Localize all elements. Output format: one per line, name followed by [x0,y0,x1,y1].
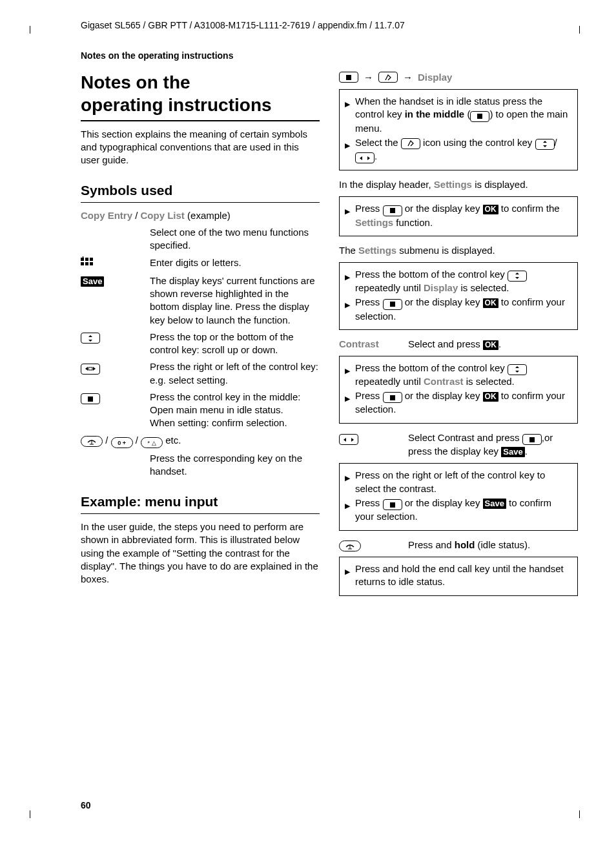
ok-badge: OK [483,392,498,402]
keys-etc: etc. [165,435,181,446]
bullet-icon [345,204,350,229]
control-key-leftright-icon [355,152,375,163]
svg-marker-18 [515,273,519,274]
bullet-icon [345,97,350,135]
save-desc: The display keys' current functions are … [150,274,320,327]
t: Select Contrast and press [408,432,522,443]
t: / [555,137,557,148]
svg-marker-10 [93,367,96,371]
bullet-icon [345,499,350,524]
copy-entry-label: Copy Entry [81,210,132,221]
step-text: Press the bottom of the control key repe… [355,362,572,388]
step-text: Press the bottom of the control key repe… [355,268,572,294]
t: repeatedly until [355,376,424,387]
content-columns: Notes on the operating instructions This… [81,71,578,604]
control-key-updown-icon [508,271,527,282]
contrast-def: Contrast Select and press OK. [339,338,578,351]
save-softkey-icon: Save [81,274,142,327]
step: Press or the display key OK to confirm t… [345,202,572,229]
endcall-key-icon [81,436,103,447]
instruction-box-5: Press on the right or left of the contro… [339,463,578,530]
ok-badge: OK [483,205,498,214]
center-desc-1: Press the control key in the middle: Ope… [150,391,300,415]
t: The [339,245,358,256]
t: . [525,446,528,457]
t: repeatedly until [355,282,424,293]
step-text: Press or the display key Save to confirm… [355,497,572,524]
svg-marker-16 [360,156,362,160]
center-key-icon [383,392,402,403]
example-menu-input-heading: Example: menu input [81,493,320,514]
step: Select the icon using the control key /. [345,136,572,163]
bullet-icon [345,564,350,589]
page-number: 60 [81,799,91,812]
t-bold: hold [455,539,475,550]
step-text: Press and hold the end call key until th… [355,562,572,589]
keys-desc: Press the corresponding key on the hands… [150,452,320,479]
plain-text: The Settings submenu is displayed. [339,244,578,257]
contrast-label: Contrast [424,376,464,387]
ok-badge: OK [483,298,498,308]
crop-mark [579,810,580,818]
zero-key-icon: 0 + [111,437,133,448]
svg-rect-4 [85,262,88,265]
svg-rect-1 [85,258,88,261]
svg-rect-8 [88,338,93,339]
save-badge: Save [81,276,104,287]
control-key-updown-icon [81,331,142,357]
t: . [498,338,501,349]
copy-list-label: Copy List [141,210,185,221]
t: (idle status). [475,539,530,550]
step-text: Press or the display key OK to confirm t… [355,202,572,229]
t: Press the bottom of the control key [355,269,508,280]
step: Press the bottom of the control key repe… [345,268,572,294]
t: Press [355,296,383,307]
t: or the display key [402,203,483,214]
t: to confirm the [498,203,560,214]
leftright-desc: Select Contrast and press ,or press the … [408,431,578,458]
svg-marker-21 [515,371,519,373]
t: submenu is displayed. [396,245,495,256]
contrast-label: Contrast [339,338,400,351]
svg-marker-6 [88,335,92,337]
center-desc: Press the control key in the middle: Ope… [150,391,320,430]
display-label: Display [424,282,458,293]
bullet-icon [345,270,350,294]
control-key-leftright-icon [81,360,142,387]
t: Press the bottom of the control key [355,362,508,373]
t: Press [355,390,383,401]
settings-label: Settings [355,217,393,228]
center-key-icon [383,499,402,510]
svg-rect-0 [81,258,84,261]
keypad-desc: Enter digits or letters. [150,256,320,271]
t: function. [393,217,433,228]
arrow-icon [364,71,373,84]
t-bold: in the middle [405,108,465,119]
running-head: Gigaset SL565 / GBR PTT / A31008-M1715-L… [81,19,580,32]
t: or the display key [402,390,483,401]
step: Press on the right or left of the contro… [345,469,572,495]
endcall-key-icon [339,539,400,552]
title-line-1: Notes on the [81,72,190,92]
plain-text: In the display header, Settings is displ… [339,178,578,191]
t: or the display key [402,296,483,307]
symbol-copy-entry: Copy Entry / Copy List (example) [81,209,320,222]
svg-marker-14 [543,141,547,143]
center-key-icon [339,72,358,83]
t: is selected. [458,282,509,293]
step: Press or the display key OK to confirm y… [345,389,572,417]
settings-label: Settings [434,179,472,190]
step-text: Press or the display key OK to confirm y… [355,389,572,417]
copy-desc: Select one of the two menu functions spe… [150,226,320,252]
step: Press and hold the end call key until th… [345,562,572,589]
t: is displayed. [472,179,528,190]
arrow-icon [403,71,413,84]
settings-menu-icon [401,138,420,149]
section-label: Notes on the operating instructions [81,50,580,62]
menu-path: Display [339,71,578,84]
step-text: When the handset is in idle status press… [355,95,572,135]
svg-marker-20 [515,366,519,368]
page-title: Notes on the operating instructions [81,71,320,121]
t: is selected. [464,376,515,387]
step-text: Press on the right or left of the contro… [355,469,572,495]
